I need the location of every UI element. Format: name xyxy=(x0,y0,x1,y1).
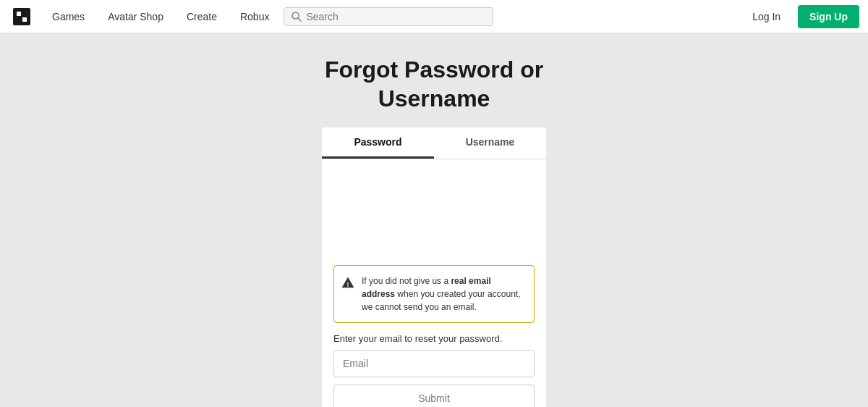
navbar-right: Log In Sign Up xyxy=(744,5,859,28)
roblox-logo[interactable] xyxy=(9,4,35,30)
page-title: Forgot Password or Username xyxy=(325,55,543,113)
nav-avatar-shop[interactable]: Avatar Shop xyxy=(96,0,175,33)
search-icon xyxy=(292,12,302,22)
svg-line-4 xyxy=(298,17,301,20)
tabs: Password Username xyxy=(322,127,546,159)
card-body: ! If you did not give us a real email ad… xyxy=(322,159,546,407)
warning-icon: ! xyxy=(341,276,354,289)
svg-rect-2 xyxy=(22,17,27,22)
search-bar[interactable] xyxy=(284,7,493,26)
signup-button[interactable]: Sign Up xyxy=(798,5,859,28)
login-button[interactable]: Log In xyxy=(744,7,789,27)
tab-password[interactable]: Password xyxy=(322,127,434,159)
svg-text:!: ! xyxy=(347,281,349,288)
main-content: Forgot Password or Username Password Use… xyxy=(0,33,868,407)
tab-username[interactable]: Username xyxy=(434,127,546,159)
submit-button[interactable]: Submit xyxy=(333,385,535,407)
warning-text: If you did not give us a real email addr… xyxy=(362,274,525,314)
email-input[interactable] xyxy=(333,350,535,377)
warning-box: ! If you did not give us a real email ad… xyxy=(333,265,535,323)
search-input[interactable] xyxy=(306,11,485,22)
nav-create[interactable]: Create xyxy=(175,0,229,33)
nav-games[interactable]: Games xyxy=(41,0,96,33)
navbar: Games Avatar Shop Create Robux Log In Si… xyxy=(0,0,868,33)
captcha-area xyxy=(333,171,535,265)
svg-rect-0 xyxy=(13,8,30,25)
nav-robux[interactable]: Robux xyxy=(229,0,281,33)
svg-rect-1 xyxy=(17,12,21,16)
forgot-password-card: Password Username ! If you did not give … xyxy=(322,127,546,407)
email-label: Enter your email to reset your password. xyxy=(333,333,535,344)
nav-links: Games Avatar Shop Create Robux xyxy=(41,0,281,33)
